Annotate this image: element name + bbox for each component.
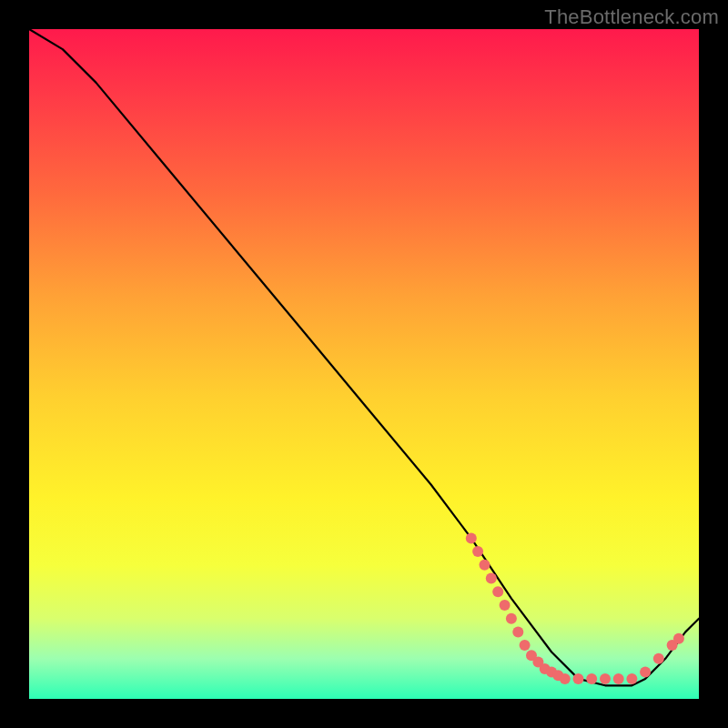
data-marker	[486, 573, 497, 584]
data-marker	[586, 673, 597, 684]
data-marker	[653, 653, 664, 664]
data-marker	[480, 560, 490, 571]
data-marker	[506, 613, 517, 624]
data-marker	[520, 640, 531, 651]
data-marker	[640, 667, 651, 678]
chart-stage: TheBottleneck.com	[0, 0, 728, 728]
data-marker	[600, 673, 611, 684]
data-marker	[466, 532, 477, 543]
data-marker	[613, 673, 624, 684]
data-marker	[560, 673, 571, 684]
data-marker	[472, 546, 483, 557]
data-marker	[573, 673, 584, 684]
chart-svg	[29, 29, 699, 699]
data-marker	[673, 633, 684, 644]
data-markers-group	[466, 532, 684, 684]
data-marker	[626, 673, 637, 684]
bottleneck-curve	[29, 29, 699, 685]
data-marker	[512, 626, 523, 637]
watermark-label: TheBottleneck.com	[544, 5, 719, 29]
plot-area	[29, 29, 699, 699]
data-marker	[500, 600, 511, 611]
data-marker	[492, 586, 503, 597]
